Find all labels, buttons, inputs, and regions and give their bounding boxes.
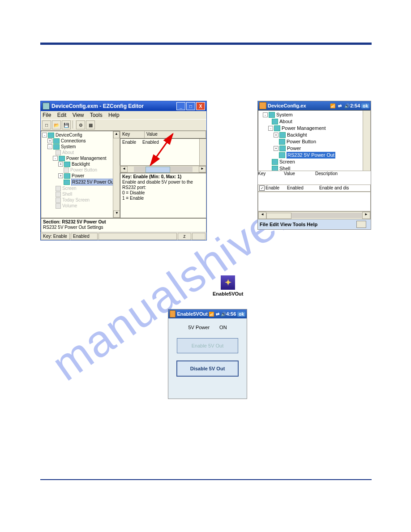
- scroll-thumb[interactable]: [266, 213, 291, 219]
- checkbox-icon[interactable]: ✓: [259, 185, 265, 191]
- status-grip[interactable]: [192, 233, 206, 240]
- mtree-powerbutton[interactable]: Power Button: [287, 138, 316, 145]
- label-state-on: ON: [219, 325, 227, 330]
- ezconfig-window: DeviceConfig.exm - EZConfig Editor _ □ X…: [40, 101, 207, 240]
- desc-line1: Enable and disable 5V power to the RS232…: [122, 180, 193, 190]
- start-icon[interactable]: [259, 102, 266, 109]
- scroll-left[interactable]: ◄: [258, 212, 266, 219]
- minimize-button[interactable]: _: [176, 102, 185, 110]
- menu-file[interactable]: File: [43, 112, 51, 118]
- description-pane: Key: Enable (Min: 0, Max: 1) Enable and …: [120, 173, 206, 218]
- folder-icon: [272, 159, 278, 165]
- mobile-tree-scrollbar[interactable]: [363, 111, 370, 171]
- folder-icon: [64, 180, 70, 185]
- mobile5v-titlebar[interactable]: Enable5VOut 📶 ⇄ 🔊 4:56 ok: [168, 309, 247, 318]
- disable-5v-button[interactable]: Disable 5V Out: [176, 360, 239, 377]
- mtree-power[interactable]: Power: [287, 145, 301, 152]
- mobile5v-time: 4:56: [226, 311, 236, 317]
- mobile-tree[interactable]: -System About -Power Management +Backlig…: [258, 110, 371, 171]
- mobile-titlebar[interactable]: DeviceConfig.ex 📶 ⇄ 🔊 2:54 ok: [258, 101, 371, 110]
- label-5v-power: 5V Power: [188, 325, 210, 330]
- sync-icon[interactable]: ⇄: [337, 103, 343, 109]
- scroll-right[interactable]: ►: [362, 212, 370, 219]
- tree-today[interactable]: Today Screen: [62, 197, 90, 203]
- signal-icon[interactable]: 📶: [330, 103, 336, 109]
- mtree-backlight[interactable]: Backlight: [287, 132, 307, 138]
- tree-toggle[interactable]: +: [274, 146, 278, 151]
- enable-5v-button[interactable]: Enable 5V Out: [177, 338, 238, 353]
- tree-rs232-selected[interactable]: RS232 5V Power Out: [71, 179, 116, 185]
- tb-tool2[interactable]: ▦: [86, 120, 95, 129]
- tree-toggle[interactable]: +: [58, 162, 63, 167]
- page-icon: [64, 167, 69, 173]
- tree-toggle[interactable]: +: [58, 173, 63, 178]
- section-footer: Section: RS232 5V Power Out RS232 5V Pow…: [41, 218, 206, 232]
- tree-shell[interactable]: Shell: [62, 191, 72, 197]
- toolbar: □ 📂 💾 ⚙ ▦: [41, 119, 206, 131]
- tree-toggle[interactable]: +: [47, 138, 52, 143]
- tree-toggle[interactable]: -: [42, 133, 47, 137]
- desc-line2: 0 = Disable: [122, 190, 145, 195]
- mcol-desc[interactable]: Description: [315, 171, 371, 184]
- mtree-rs232-selected[interactable]: RS232 5V Power Out: [287, 152, 335, 159]
- tb-save[interactable]: 💾: [62, 120, 71, 129]
- app-icon-graphic: ✦: [221, 275, 235, 290]
- volume-icon[interactable]: 🔊: [344, 103, 350, 109]
- mtree-system[interactable]: System: [276, 112, 293, 118]
- signal-icon[interactable]: 📶: [209, 311, 214, 317]
- tree-screen[interactable]: Screen: [62, 185, 77, 191]
- mtree-screen[interactable]: Screen: [279, 159, 295, 165]
- page-icon: [56, 150, 61, 155]
- tb-open[interactable]: 📂: [52, 120, 61, 129]
- mtree-pm[interactable]: Power Management: [282, 125, 325, 132]
- tree-connections[interactable]: Connections: [61, 138, 86, 144]
- tree-system[interactable]: System: [61, 144, 76, 150]
- ok-button[interactable]: ok: [361, 103, 369, 108]
- start-icon[interactable]: [170, 310, 176, 317]
- menu-tools[interactable]: Tools: [90, 112, 103, 118]
- mtree-shell[interactable]: Shell: [279, 165, 290, 171]
- keyboard-icon[interactable]: [356, 221, 366, 228]
- mcol-value[interactable]: Value: [284, 171, 315, 184]
- tree-volume[interactable]: Volume: [62, 203, 77, 209]
- footer-rule: [40, 479, 372, 480]
- folder-icon: [59, 156, 65, 161]
- desc-title: Key: Enable (Min: 0, Max: 1): [122, 174, 181, 179]
- mobile-menus[interactable]: File Edit View Tools Help: [260, 222, 317, 227]
- ok-button[interactable]: ok: [237, 312, 245, 317]
- tree-power-mgmt[interactable]: Power Management: [66, 155, 107, 161]
- tree-scrollbar[interactable]: ▲▼: [113, 131, 120, 218]
- mcol-key[interactable]: Key: [258, 171, 284, 184]
- kv-scrollbar[interactable]: [199, 139, 206, 165]
- toolbar-divider: [73, 120, 74, 129]
- mobile-hscroll[interactable]: ◄ ►: [258, 211, 371, 219]
- tree-toggle[interactable]: -: [53, 156, 58, 161]
- mobile-time: 2:54: [350, 103, 360, 108]
- maximize-button[interactable]: □: [186, 102, 195, 110]
- folder-icon: [64, 162, 70, 167]
- tree-pane[interactable]: -DeviceConfig +Connections -System About…: [41, 131, 120, 218]
- tree-power-button[interactable]: Power Button: [70, 167, 97, 173]
- mobile-kv-row[interactable]: ✓ Enable Enabled Enable and dis: [258, 184, 371, 192]
- page-icon: [56, 186, 61, 191]
- enable5vout-desktop-icon[interactable]: ✦ Enable5VOut: [213, 275, 243, 296]
- tree-power[interactable]: Power: [72, 173, 84, 179]
- window-titlebar[interactable]: DeviceConfig.exm - EZConfig Editor _ □ X: [41, 101, 206, 111]
- menu-help[interactable]: Help: [108, 112, 120, 118]
- tree-toggle[interactable]: -: [47, 144, 52, 149]
- tree-backlight[interactable]: Backlight: [72, 161, 90, 167]
- menu-view[interactable]: View: [73, 112, 84, 118]
- close-button[interactable]: X: [196, 102, 205, 110]
- mkv-value: Enabled: [287, 185, 319, 191]
- tree-toggle[interactable]: -: [263, 112, 268, 117]
- tb-new[interactable]: □: [42, 120, 51, 129]
- tree-toggle[interactable]: -: [268, 126, 273, 131]
- menu-edit[interactable]: Edit: [57, 112, 67, 118]
- volume-icon[interactable]: 🔊: [221, 311, 226, 317]
- mtree-about[interactable]: About: [279, 118, 292, 125]
- tb-tool1[interactable]: ⚙: [76, 120, 85, 129]
- tree-about[interactable]: About: [62, 150, 74, 155]
- tree-deviceconfig[interactable]: DeviceConfig: [56, 132, 82, 138]
- sync-icon[interactable]: ⇄: [215, 311, 220, 317]
- tree-toggle[interactable]: +: [274, 133, 278, 137]
